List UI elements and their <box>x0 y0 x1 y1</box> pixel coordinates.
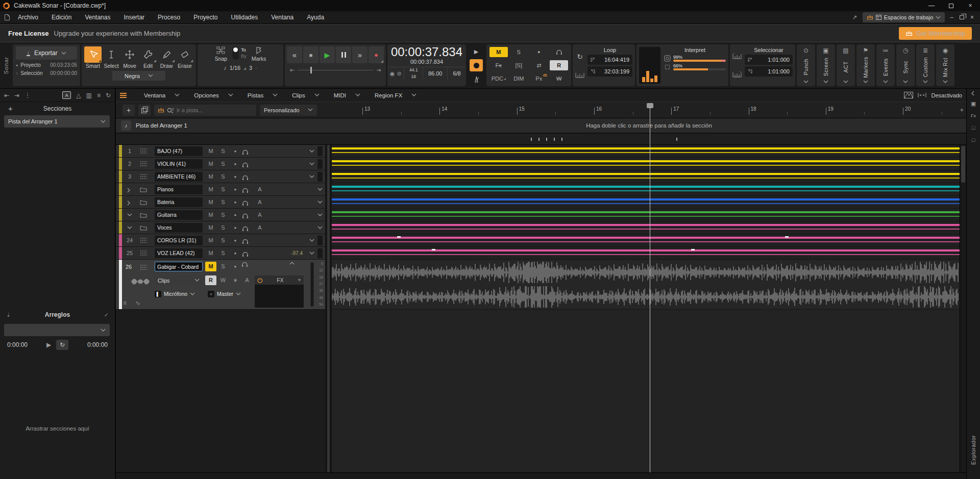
clip-row[interactable] <box>332 221 960 234</box>
chevron-down-icon[interactable] <box>307 162 317 166</box>
horizontal-scrollbar[interactable] <box>116 472 966 479</box>
fast-forward-button[interactable]: » <box>352 46 368 63</box>
module-act[interactable]: ▤ACT <box>837 44 855 86</box>
metronome-button[interactable] <box>470 73 483 85</box>
mute-button[interactable]: M <box>205 148 216 154</box>
solo-button[interactable]: S <box>217 237 229 243</box>
power-icon[interactable] <box>257 278 263 283</box>
time-main[interactable]: 00:00:37.834 <box>387 45 466 59</box>
menu-item-proceso[interactable]: Proceso <box>151 14 187 21</box>
menu-item-ventanas[interactable]: Ventanas <box>78 14 117 21</box>
mute-button[interactable]: M <box>205 186 216 192</box>
module-screen[interactable]: ▣Screen <box>817 44 835 86</box>
folder-collapse-icon[interactable] <box>122 213 137 217</box>
input-echo-button[interactable] <box>242 224 253 232</box>
more-options-icon[interactable]: ⋮ <box>24 92 31 99</box>
solo-dim-mode-icon[interactable]: ⇄ <box>530 60 548 70</box>
module-custom[interactable]: ≣Custom <box>916 44 935 86</box>
menu-item-proyecto[interactable]: Proyecto <box>187 14 224 21</box>
files-tab-icon[interactable]: □ <box>972 124 975 131</box>
commit-arrangement-icon[interactable]: ✓ <box>104 312 109 318</box>
mute-button[interactable]: M <box>205 199 216 205</box>
workspace-select[interactable]: Espacios de trabajo <box>863 12 945 22</box>
audio-clip-waveform[interactable] <box>332 260 960 310</box>
solo-button[interactable]: S <box>217 224 229 231</box>
scrub-slider[interactable]: ⇤ ⇥ <box>288 67 383 73</box>
snap-division[interactable]: ♪ 1/16 ◢ 3 · <box>201 65 280 71</box>
mdi-minimize-icon[interactable]: – <box>950 14 953 21</box>
arm-button[interactable]: ● <box>230 238 241 243</box>
arm-button[interactable]: ● <box>230 162 241 166</box>
snap-marks-button[interactable]: Marks <box>252 46 266 62</box>
track-row[interactable]: 24COROS LR (31)MS● <box>116 234 325 247</box>
sonar-side-tab[interactable]: Sonar <box>1 44 11 86</box>
duplicate-track-button[interactable] <box>138 105 151 116</box>
mute-button[interactable]: M <box>205 250 216 256</box>
track-row[interactable]: 2VIOLIN (41)MS● <box>116 158 325 170</box>
record-button[interactable]: ● <box>369 46 384 63</box>
global-mute-button[interactable]: M <box>489 47 508 57</box>
automation-snapshot-icon[interactable]: ∗ <box>230 275 241 285</box>
arranger-lane[interactable]: Haga doble clic o arrastre para añadir l… <box>332 122 966 129</box>
minimize-button[interactable]: — <box>922 0 941 11</box>
fx-rack-bin[interactable] <box>255 285 304 308</box>
mute-button[interactable]: M <box>205 237 216 243</box>
clip-row[interactable] <box>332 170 960 183</box>
arrangement-select[interactable] <box>4 324 110 336</box>
chevron-down-icon[interactable] <box>315 200 325 204</box>
play-button[interactable]: ▶ <box>320 46 335 63</box>
pdc-button[interactable]: PDC◢ <box>489 73 508 84</box>
solo-button[interactable]: S <box>217 148 229 154</box>
chevron-up-icon[interactable] <box>289 262 301 271</box>
arm-button[interactable]: ● <box>230 174 241 179</box>
explorer-tab[interactable]: Explorador <box>970 435 976 465</box>
solo-button[interactable]: S <box>217 212 229 218</box>
input-echo-button[interactable] <box>241 262 253 271</box>
export-project-row[interactable]: ● Proyecto 00:03:23:05 <box>16 62 77 68</box>
add-track-button[interactable]: + <box>122 105 135 116</box>
trackview-menu-region-fx[interactable]: Region FX <box>368 92 424 98</box>
lane-select[interactable]: Clips <box>155 275 203 285</box>
folder-row[interactable]: PianosMS●A <box>116 183 325 196</box>
close-button[interactable]: × <box>961 0 980 11</box>
solo-button[interactable]: S <box>217 250 229 256</box>
solo-button[interactable]: S <box>217 199 229 205</box>
track-control-preset-select[interactable]: Personalizado <box>260 105 317 116</box>
folder-row[interactable]: BateriaMS●A <box>116 196 325 209</box>
archive-button[interactable]: A <box>254 224 265 231</box>
menu-item-insertar[interactable]: Insertar <box>117 14 151 21</box>
track-grip-icon[interactable] <box>137 161 150 167</box>
track-row[interactable]: 3AMBIENTE (46)MS● <box>116 170 325 183</box>
mute-button[interactable]: M <box>205 262 216 271</box>
refresh-icon[interactable]: ↻ <box>106 92 111 99</box>
automation-read-button[interactable]: R <box>205 275 216 285</box>
folder-expand-icon[interactable] <box>122 200 137 204</box>
mute-button[interactable]: M <box>205 212 216 218</box>
module-sync[interactable]: ◷Sync <box>896 44 915 86</box>
input-echo-button[interactable] <box>242 186 253 193</box>
track-grip-icon[interactable] <box>137 173 150 180</box>
solo-button[interactable]: S <box>217 262 229 271</box>
selected-track-row[interactable]: 26 M S ● Clips R W ∗ A <box>116 260 325 310</box>
wai-button[interactable]: W <box>550 73 568 84</box>
track-name[interactable]: Pianos <box>155 185 203 194</box>
mdi-close-icon[interactable]: × <box>970 14 974 21</box>
track-name[interactable]: Bateria <box>155 197 203 207</box>
chevron-down-icon[interactable] <box>307 149 317 153</box>
arrangement-play-button[interactable]: ▶ <box>46 341 51 348</box>
tool-smart[interactable]: Smart <box>84 46 102 69</box>
scrub-thumb[interactable] <box>310 67 312 73</box>
track-name[interactable]: Voces <box>155 223 203 233</box>
fx-rack-header[interactable]: FX + <box>255 275 304 285</box>
clip-row[interactable] <box>332 234 960 247</box>
track-grip-icon[interactable] <box>137 250 150 257</box>
vertical-scrollbar[interactable] <box>960 145 966 479</box>
pane-splitter[interactable] <box>325 145 332 479</box>
zoom-plus-icon[interactable]: + <box>960 106 964 114</box>
track-name[interactable]: VIOLIN (41) <box>155 159 203 169</box>
chevron-down-icon[interactable] <box>307 251 317 255</box>
track-row[interactable]: 25VOZ LEAD (42)MS●-97.4 <box>116 247 325 260</box>
arranger-track-select[interactable]: Pista del Arranger 1 <box>4 115 110 128</box>
clip-row[interactable] <box>332 183 960 196</box>
solo-button[interactable]: S <box>217 161 229 167</box>
